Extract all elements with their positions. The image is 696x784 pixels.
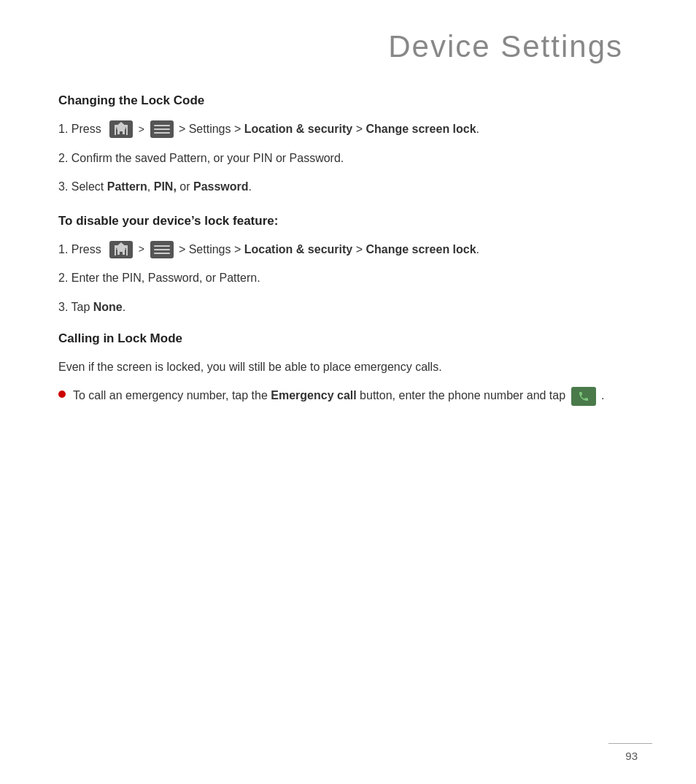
disable-step-number-1: 1. Press bbox=[58, 240, 101, 259]
phone-call-icon bbox=[571, 387, 596, 406]
disable-step-1-nav: > Settings > Location & security > Chang… bbox=[179, 240, 479, 259]
section-heading-changing-lock: Changing the Lock Code bbox=[58, 93, 638, 108]
page-title: Device Settings bbox=[58, 29, 638, 64]
disable-step-2: 2. Enter the PIN, Password, or Pattern. bbox=[58, 269, 638, 288]
svg-marker-1 bbox=[116, 245, 126, 255]
step-1-changing: 1. Press > > Settings > Location & secur… bbox=[58, 120, 638, 139]
step-2-changing: 2. Confirm the saved Pattern, or your PI… bbox=[58, 149, 638, 168]
bullet-text: To call an emergency number, tap the Eme… bbox=[73, 386, 638, 406]
section-heading-calling-lock: Calling in Lock Mode bbox=[58, 331, 638, 346]
page-number: 93 bbox=[625, 750, 638, 762]
bullet-post-text: button, enter the phone number and tap bbox=[357, 389, 569, 401]
step-3-text: 3. Select Pattern, PIN, or Password. bbox=[58, 177, 252, 196]
menu-icon-1 bbox=[150, 120, 174, 138]
arrow-2: > bbox=[139, 241, 144, 257]
disable-step-3: 3. Tap None. bbox=[58, 298, 638, 317]
disable-step-1: 1. Press > > Settings > Location & secur… bbox=[58, 240, 638, 259]
bullet-dot bbox=[58, 391, 66, 398]
bullet-emergency-call: To call an emergency number, tap the Eme… bbox=[58, 386, 638, 406]
disable-step-3-text: 3. Tap None. bbox=[58, 298, 125, 317]
page-bottom-line bbox=[608, 743, 652, 744]
menu-icon-2 bbox=[150, 241, 174, 258]
bullet-pre-text: To call an emergency number, tap the bbox=[73, 389, 271, 401]
step-3-changing: 3. Select Pattern, PIN, or Password. bbox=[58, 177, 638, 196]
svg-marker-0 bbox=[116, 124, 126, 134]
disable-step-2-text: 2. Enter the PIN, Password, or Pattern. bbox=[58, 269, 260, 288]
bullet-bold-text: Emergency call bbox=[271, 389, 356, 401]
home-icon-2 bbox=[109, 241, 133, 258]
step-number-1: 1. Press bbox=[58, 120, 101, 139]
page-container: Device Settings Changing the Lock Code 1… bbox=[0, 0, 696, 784]
bullet-end-period: . bbox=[601, 389, 604, 401]
calling-lock-intro: Even if the screen is locked, you will s… bbox=[58, 358, 638, 377]
step-1-nav-text: > Settings > Location & security > Chang… bbox=[179, 120, 479, 139]
home-icon-1 bbox=[109, 120, 133, 138]
section-heading-disable: To disable your device’s lock feature: bbox=[58, 214, 638, 228]
step-2-text: 2. Confirm the saved Pattern, or your PI… bbox=[58, 149, 344, 168]
arrow-1: > bbox=[139, 121, 144, 137]
